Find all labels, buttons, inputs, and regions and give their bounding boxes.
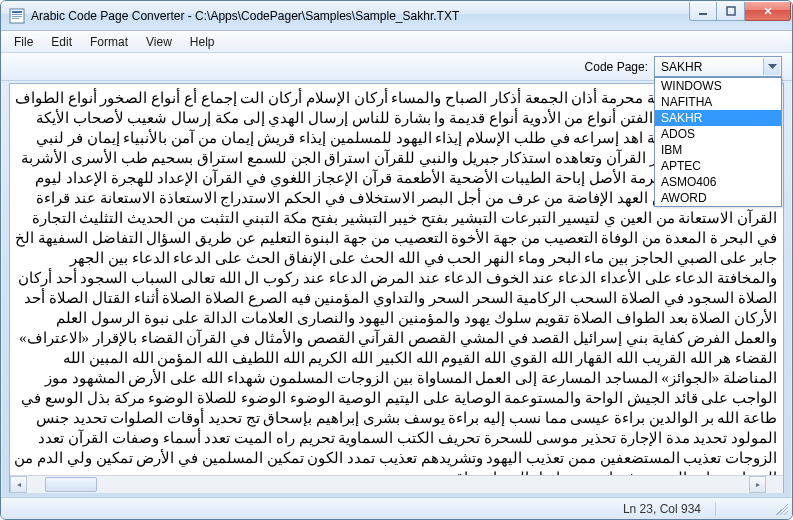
menu-format[interactable]: Format	[81, 33, 137, 51]
menu-file[interactable]: File	[5, 33, 42, 51]
menubar: File Edit Format View Help	[1, 31, 792, 53]
codepage-option[interactable]: NAFITHA	[655, 94, 781, 110]
maximize-button[interactable]	[717, 2, 745, 21]
codepage-selected-value: SAKHR	[661, 60, 702, 74]
svg-rect-1	[12, 11, 22, 13]
codepage-option[interactable]: AWORD	[655, 190, 781, 206]
window-title: Arabic Code Page Converter - C:\Apps\Cod…	[31, 9, 689, 23]
codepage-dropdown-list: WINDOWS NAFITHA SAKHR ADOS IBM APTEC ASM…	[654, 77, 782, 207]
codepage-option[interactable]: ADOS	[655, 126, 781, 142]
menu-view[interactable]: View	[137, 33, 181, 51]
svg-rect-4	[12, 18, 19, 19]
toolbar: Code Page: SAKHR WINDOWS NAFITHA SAKHR A…	[1, 53, 792, 81]
scroll-left-button[interactable]: ◂	[10, 476, 27, 493]
scroll-right-button[interactable]: ▸	[749, 476, 766, 493]
titlebar: Arabic Code Page Converter - C:\Apps\Cod…	[1, 1, 792, 31]
window-controls	[689, 1, 792, 30]
chevron-down-icon[interactable]	[763, 58, 780, 75]
codepage-option[interactable]: SAKHR	[655, 110, 781, 126]
svg-rect-5	[699, 13, 707, 15]
codepage-combo-box[interactable]: SAKHR	[654, 56, 782, 77]
codepage-combo[interactable]: SAKHR WINDOWS NAFITHA SAKHR ADOS IBM APT…	[654, 56, 782, 77]
scroll-thumb[interactable]	[45, 477, 97, 492]
status-position: Ln 23, Col 934	[619, 502, 705, 516]
app-icon	[9, 8, 25, 24]
resize-grip[interactable]	[776, 503, 788, 515]
scroll-track[interactable]	[27, 476, 749, 493]
svg-rect-6	[727, 7, 735, 15]
scroll-corner	[766, 476, 783, 493]
svg-rect-2	[12, 14, 22, 15]
status-separator	[715, 502, 716, 516]
menu-edit[interactable]: Edit	[42, 33, 81, 51]
codepage-option[interactable]: WINDOWS	[655, 78, 781, 94]
minimize-button[interactable]	[689, 2, 717, 21]
codepage-label: Code Page:	[585, 60, 648, 74]
codepage-option[interactable]: ASMO406	[655, 174, 781, 190]
statusbar: Ln 23, Col 934	[1, 497, 792, 519]
app-window: Arabic Code Page Converter - C:\Apps\Cod…	[0, 0, 793, 520]
close-button[interactable]	[745, 2, 791, 21]
svg-rect-3	[12, 16, 22, 17]
codepage-option[interactable]: IBM	[655, 142, 781, 158]
codepage-option[interactable]: APTEC	[655, 158, 781, 174]
menu-help[interactable]: Help	[181, 33, 224, 51]
horizontal-scrollbar[interactable]: ◂ ▸	[10, 475, 783, 492]
